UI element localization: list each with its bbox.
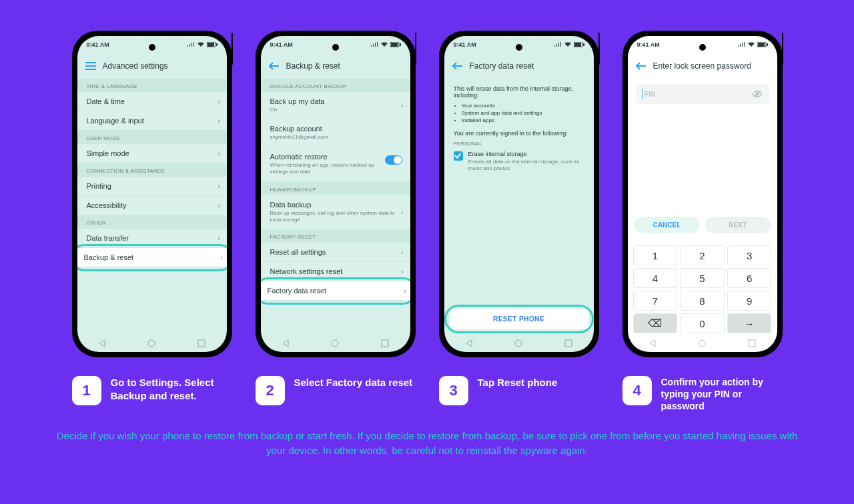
row-data-backup[interactable]: Data backupBack up messages, call log an… (261, 195, 410, 230)
camera-notch (149, 44, 155, 51)
numeric-keypad: 1 2 3 4 5 6 7 8 9 ⌫ 0 → (633, 245, 772, 333)
svg-rect-12 (583, 43, 584, 46)
nav-back-icon[interactable] (96, 337, 108, 349)
key-4[interactable]: 4 (633, 268, 678, 288)
back-arrow-icon[interactable] (636, 62, 647, 70)
section-header: PERSONAL (454, 141, 584, 147)
pin-input[interactable]: PIN (636, 84, 769, 104)
key-1[interactable]: 1 (633, 245, 678, 265)
nav-home-icon[interactable] (145, 337, 157, 349)
camera-notch (516, 44, 522, 51)
row-automatic-restore[interactable]: Automatic restoreWhen reinstalling an ap… (261, 147, 410, 182)
nav-recent-icon[interactable] (379, 337, 391, 349)
back-arrow-icon[interactable] (452, 62, 463, 70)
section-header: TIME & LANGUAGE (77, 79, 227, 92)
key-2[interactable]: 2 (680, 245, 725, 265)
phone-mockup-2: 9:41 AM Backup & reset GOOGLE ACCOUNT (256, 31, 416, 357)
status-icons (187, 42, 218, 47)
key-8[interactable]: 8 (680, 291, 725, 311)
row-date-time[interactable]: Date & time› (77, 92, 227, 111)
nav-home-icon[interactable] (696, 337, 708, 349)
nav-back-icon[interactable] (463, 337, 475, 349)
erase-internal-storage-row[interactable]: Erase internal storage Erases all data o… (454, 151, 584, 173)
title-bar: Enter lock screen password (628, 53, 777, 79)
footer-text: Decide if you wish your phone to restore… (53, 429, 801, 459)
nav-home-icon[interactable] (512, 337, 524, 349)
row-network-settings-reset[interactable]: Network settings reset› (261, 262, 410, 281)
highlighted-row: Backup & reset› (77, 248, 227, 267)
next-button[interactable]: NEXT (705, 217, 771, 233)
signal-icon (187, 42, 195, 47)
row-printing[interactable]: Printing› (77, 177, 227, 196)
key-3[interactable]: 3 (727, 245, 772, 265)
hamburger-icon[interactable] (85, 62, 96, 70)
toggle-switch[interactable] (385, 155, 402, 165)
android-nav-bar (444, 335, 594, 352)
row-reset-all-settings[interactable]: Reset all settings› (261, 243, 410, 262)
step-number-badge: 3 (439, 376, 468, 405)
row-backup-account[interactable]: Backup accountshymchik11@gmail.com (261, 119, 410, 147)
nav-back-icon[interactable] (647, 337, 659, 349)
chevron-right-icon: › (218, 150, 220, 157)
list-item: Your accounts (462, 103, 584, 109)
nav-recent-icon[interactable] (746, 337, 758, 349)
checkbox-checked-icon[interactable] (454, 151, 463, 161)
key-5[interactable]: 5 (680, 268, 725, 288)
row-backup-reset[interactable]: Backup & reset› (77, 248, 227, 267)
svg-rect-17 (767, 43, 768, 46)
section-header: OTHER (77, 215, 227, 229)
row-accessibility[interactable]: Accessibility› (77, 196, 227, 215)
key-6[interactable]: 6 (727, 268, 772, 288)
svg-rect-20 (749, 340, 755, 347)
action-buttons: CANCEL NEXT (634, 217, 771, 233)
signed-in-text: You are currently signed in to the follo… (454, 130, 584, 137)
phone-mockup-1: 9:41 AM Advanced settings TIME & LANG (72, 31, 232, 357)
status-time: 9:41 AM (270, 41, 293, 48)
section-header: FACTORY RESET (261, 229, 410, 243)
step-caption-1: 1 Go to Settings. Select Backup and rese… (72, 376, 232, 413)
highlighted-button: RESET PHONE (450, 309, 588, 329)
key-9[interactable]: 9 (727, 291, 772, 311)
signal-icon (737, 42, 745, 47)
step-text: Confirm your action by typing your PIN o… (661, 376, 783, 413)
nav-recent-icon[interactable] (195, 337, 207, 349)
key-0[interactable]: 0 (680, 313, 725, 333)
key-enter[interactable]: → (727, 313, 772, 333)
row-language-input[interactable]: Language & input› (77, 111, 227, 131)
list-item: Installed apps (462, 117, 584, 123)
nav-recent-icon[interactable] (562, 337, 574, 349)
row-data-transfer[interactable]: Data transfer› (77, 229, 227, 248)
status-bar: 9:41 AM (77, 36, 227, 53)
erase-label: Erase internal storage (468, 151, 584, 157)
svg-point-3 (148, 340, 155, 347)
nav-back-icon[interactable] (280, 337, 292, 349)
screen-title: Backup & reset (286, 61, 340, 71)
section-header: CONNECTION & ASSISTANCE (77, 163, 227, 177)
svg-point-19 (699, 340, 705, 347)
row-simple-mode[interactable]: Simple mode› (77, 144, 227, 163)
visibility-off-icon[interactable] (752, 90, 763, 98)
row-backup-my-data[interactable]: Back up my dataOn› (261, 92, 410, 119)
svg-rect-16 (758, 43, 765, 47)
text-cursor (643, 89, 643, 99)
status-time: 9:41 AM (87, 41, 109, 48)
svg-rect-2 (216, 43, 218, 46)
status-time: 9:41 AM (637, 41, 660, 48)
step-caption-3: 3 Tap Reset phone (439, 376, 599, 413)
chevron-right-icon: › (218, 202, 220, 209)
battery-icon (390, 42, 401, 47)
cancel-button[interactable]: CANCEL (634, 217, 700, 233)
row-factory-data-reset[interactable]: Factory data reset› (261, 281, 410, 301)
step-number-badge: 2 (256, 376, 285, 405)
nav-home-icon[interactable] (329, 337, 341, 349)
svg-rect-11 (574, 43, 581, 47)
back-arrow-icon[interactable] (269, 62, 280, 70)
key-7[interactable]: 7 (633, 291, 678, 311)
chevron-right-icon: › (404, 287, 406, 295)
battery-icon (207, 42, 218, 47)
key-backspace[interactable]: ⌫ (633, 313, 678, 333)
status-bar: 9:41 AM (261, 36, 410, 53)
reset-phone-button[interactable]: RESET PHONE (450, 309, 588, 329)
svg-rect-4 (198, 340, 205, 347)
chevron-right-icon: › (218, 235, 220, 242)
